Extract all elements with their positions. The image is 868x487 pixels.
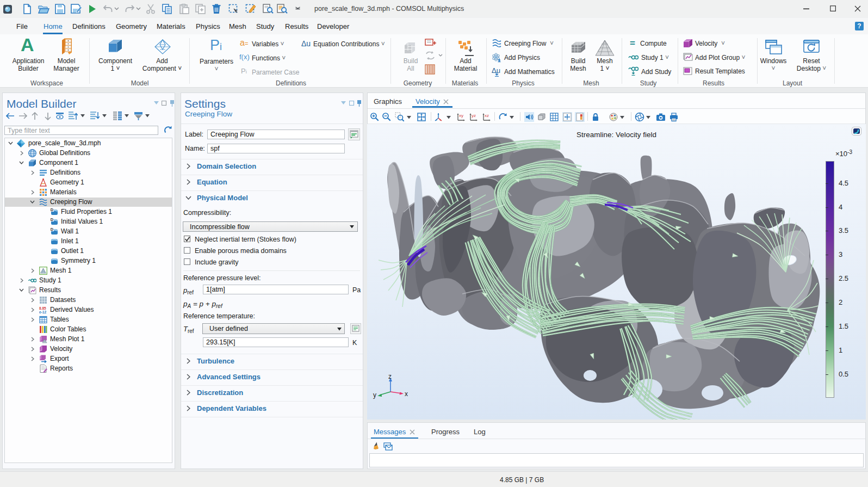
svg-text:z: z [388,374,392,380]
svg-text:D: D [51,227,54,232]
svg-text:xy: xy [459,113,463,118]
svg-text:yz: yz [472,113,476,118]
svg-text:e-12: e-12 [39,310,46,314]
svg-text:y: y [373,391,376,399]
svg-text:D: D [51,218,54,222]
svg-text:8.85: 8.85 [39,306,46,310]
svg-text:D: D [51,208,54,212]
svg-text:x: x [405,390,408,398]
svg-text:xz: xz [485,113,489,118]
